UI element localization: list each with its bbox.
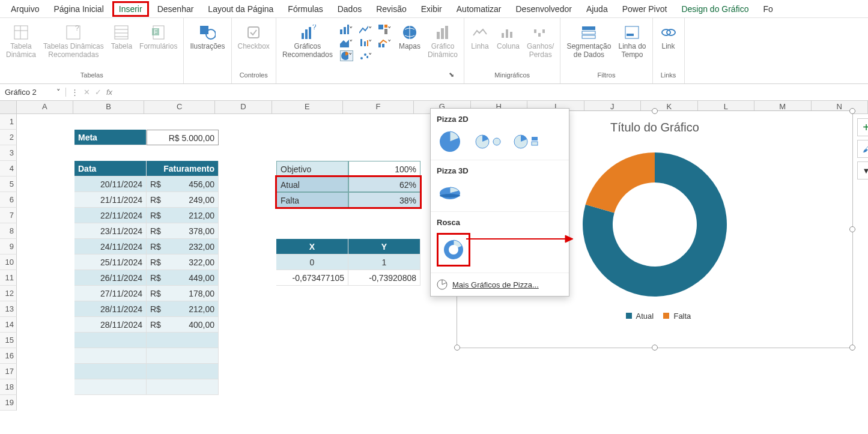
column-chart-icon[interactable]: ˅ xyxy=(340,24,353,35)
row-header[interactable]: 9 xyxy=(0,239,17,255)
row-header[interactable]: 1 xyxy=(0,114,17,130)
chart-filter-btn[interactable]: ▼ xyxy=(857,161,868,179)
row-header[interactable]: 10 xyxy=(0,255,17,270)
enter-icon[interactable]: ✓ xyxy=(95,88,102,97)
tab-automatizar[interactable]: Automatizar xyxy=(451,2,508,16)
btn-linha-tempo[interactable]: Linha do Tempo xyxy=(618,24,646,59)
row-header[interactable]: 3 xyxy=(0,145,17,161)
btn-grafico-dinamico[interactable]: Gráfico Dinâmico xyxy=(428,24,458,59)
tab-power-pivot[interactable]: Power Pivot xyxy=(616,2,673,16)
row-header[interactable]: 11 xyxy=(0,270,17,286)
scatter-chart-icon[interactable]: ˅ xyxy=(359,50,372,61)
tab-dados[interactable]: Dados xyxy=(332,2,368,16)
line-chart-icon[interactable]: ˅ xyxy=(359,24,372,35)
doughnut-option-highlighted[interactable] xyxy=(437,233,470,267)
cell-fat[interactable]: R$232,00 xyxy=(147,239,219,255)
row-header[interactable]: 4 xyxy=(0,161,17,176)
row-header[interactable]: 8 xyxy=(0,223,17,239)
btn-tabelas-recomendadas[interactable]: ? Tabelas Dinâmicas Recomendadas xyxy=(43,24,104,59)
row-header[interactable]: 13 xyxy=(0,301,17,317)
cell-fat[interactable]: R$456,00 xyxy=(147,176,219,192)
tab-ajuda[interactable]: Ajuda xyxy=(580,2,614,16)
name-box[interactable]: Gráfico 2 ˅ xyxy=(0,88,66,97)
cell-falta-label[interactable]: Falta xyxy=(276,192,348,208)
fx-icon[interactable]: fx xyxy=(106,88,112,97)
row-header[interactable]: 17 xyxy=(0,364,17,379)
row-header[interactable]: 18 xyxy=(0,379,17,395)
col-header[interactable]: D xyxy=(215,101,272,113)
cell-y1[interactable]: 1 xyxy=(348,255,420,270)
tab-formato[interactable]: Fo xyxy=(757,2,778,16)
th-y[interactable]: Y xyxy=(348,239,420,255)
col-header[interactable]: B xyxy=(73,101,144,113)
pie-chart-dropdown-icon[interactable]: ˅ xyxy=(340,50,353,61)
btn-sparkline-linha[interactable]: Linha xyxy=(470,24,490,50)
row-header[interactable]: 7 xyxy=(0,208,17,223)
hierarchy-chart-icon[interactable]: ˅ xyxy=(378,24,392,35)
cancel-icon[interactable]: ✕ xyxy=(83,88,90,97)
cell-objetivo-label[interactable]: Objetivo xyxy=(276,161,348,176)
cell-x2[interactable]: -0,673477105 xyxy=(276,270,348,286)
cell-fat[interactable]: R$212,00 xyxy=(147,301,219,317)
btn-link[interactable]: Link xyxy=(659,24,678,50)
cell-fat[interactable]: R$249,00 xyxy=(147,192,219,208)
btn-tabela-dinamica[interactable]: Tabela Dinâmica xyxy=(6,24,36,59)
th-x[interactable]: X xyxy=(276,239,348,255)
cell-fat[interactable]: R$449,00 xyxy=(147,270,219,286)
cell-data[interactable]: 23/11/2024 xyxy=(74,223,147,239)
tab-exibir[interactable]: Exibir xyxy=(415,2,448,16)
select-all-corner[interactable] xyxy=(0,101,17,113)
cell-x1[interactable]: 0 xyxy=(276,255,348,270)
col-header[interactable]: C xyxy=(144,101,215,113)
cell-data[interactable]: 27/11/2024 xyxy=(74,286,147,301)
btn-checkbox[interactable]: Checkbox xyxy=(238,24,270,50)
cell-atual-val[interactable]: 62% xyxy=(348,176,420,192)
col-header[interactable]: E xyxy=(272,101,343,113)
btn-formularios[interactable]: F Formulários xyxy=(139,24,177,50)
more-pie-charts[interactable]: Mais Gráficos de Pizza... xyxy=(431,273,569,296)
pie-of-pie-option[interactable] xyxy=(475,130,502,154)
chart-styles-btn[interactable]: 🖌 xyxy=(857,140,868,158)
statistic-chart-icon[interactable]: ˅ xyxy=(359,37,372,48)
tab-arquivo[interactable]: Arquivo xyxy=(5,2,45,16)
btn-sparkline-ganhos[interactable]: Ganhos/ Perdas xyxy=(527,24,554,59)
bar-of-pie-option[interactable] xyxy=(514,130,540,154)
row-header[interactable]: 15 xyxy=(0,333,17,348)
tab-design-grafico[interactable]: Design do Gráfico xyxy=(675,2,754,16)
cell-meta-label[interactable]: Meta xyxy=(74,130,147,145)
th-fat[interactable]: Faturamento xyxy=(147,161,219,176)
pie-2d-option[interactable] xyxy=(437,130,463,154)
row-header[interactable]: 2 xyxy=(0,130,17,145)
cell-data[interactable]: 25/11/2024 xyxy=(74,255,147,270)
col-header[interactable]: F xyxy=(343,101,414,113)
row-header[interactable]: 14 xyxy=(0,317,17,333)
cell-fat[interactable]: R$400,00 xyxy=(147,317,219,333)
cell-objetivo-val[interactable]: 100% xyxy=(348,161,420,176)
cell-data[interactable]: 21/11/2024 xyxy=(74,192,147,208)
cell-data[interactable]: 26/11/2024 xyxy=(74,270,147,286)
cell-fat[interactable]: R$378,00 xyxy=(147,223,219,239)
row-header[interactable]: 5 xyxy=(0,176,17,192)
tab-desenhar[interactable]: Desenhar xyxy=(151,2,200,16)
cell-fat[interactable]: R$178,00 xyxy=(147,286,219,301)
chart-elements-btn[interactable]: + xyxy=(857,118,868,136)
btn-tabela[interactable]: Tabela xyxy=(111,24,132,50)
cell-data[interactable]: 20/11/2024 xyxy=(74,176,147,192)
row-header[interactable]: 16 xyxy=(0,348,17,364)
cell-falta-val[interactable]: 38% xyxy=(348,192,420,208)
tab-pagina-inicial[interactable]: Página Inicial xyxy=(47,2,109,16)
row-header[interactable]: 12 xyxy=(0,286,17,301)
cell-data[interactable]: 28/11/2024 xyxy=(74,317,147,333)
tab-revisao[interactable]: Revisão xyxy=(370,2,413,16)
cell-data[interactable]: 28/11/2024 xyxy=(74,301,147,317)
tab-desenvolvedor[interactable]: Desenvolvedor xyxy=(509,2,577,16)
tab-layout[interactable]: Layout da Página xyxy=(202,2,279,16)
cell-fat[interactable]: R$212,00 xyxy=(147,208,219,223)
th-data[interactable]: Data xyxy=(74,161,147,176)
pie-3d-option[interactable] xyxy=(437,181,463,205)
btn-sparkline-coluna[interactable]: Coluna xyxy=(497,24,520,50)
row-header[interactable]: 19 xyxy=(0,395,17,411)
btn-mapas[interactable]: Mapas xyxy=(399,24,420,50)
cell-data[interactable]: 24/11/2024 xyxy=(74,239,147,255)
cell-atual-label[interactable]: Atual xyxy=(276,176,348,192)
